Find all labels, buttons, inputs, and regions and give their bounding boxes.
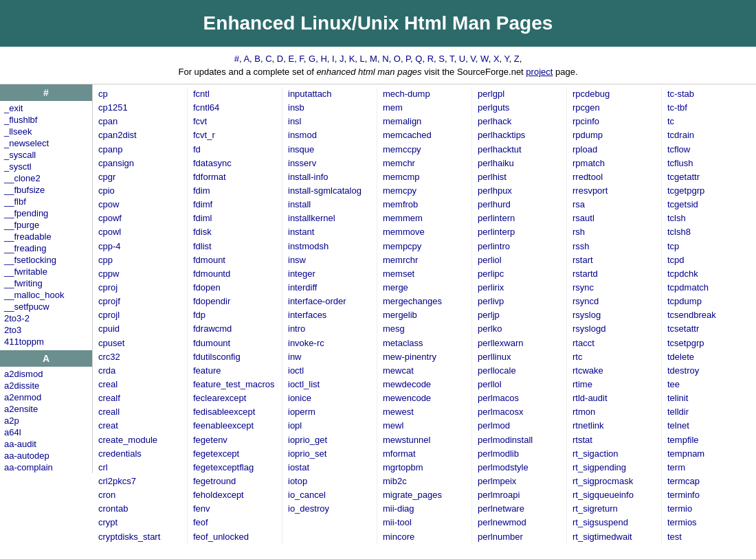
list-item[interactable]: metaclass <box>383 336 466 350</box>
list-item[interactable]: mewest <box>383 405 466 419</box>
nav-Q[interactable]: Q <box>415 54 422 64</box>
list-item[interactable]: tcpdchk <box>667 267 751 281</box>
list-item[interactable]: fdim <box>193 184 276 198</box>
list-item[interactable]: perlhacktut <box>478 143 561 157</box>
list-item[interactable]: instant <box>288 225 371 239</box>
sidebar-item[interactable]: __clone2 <box>0 172 92 184</box>
list-item[interactable]: rpdump <box>572 128 656 142</box>
list-item[interactable]: fd <box>193 143 276 157</box>
nav-T[interactable]: T <box>449 54 454 64</box>
list-item[interactable]: memrchr <box>383 253 466 267</box>
list-item[interactable]: interface-order <box>288 295 371 308</box>
list-item[interactable]: cpuid <box>98 322 181 336</box>
sidebar-item[interactable]: _sysctl <box>0 161 92 172</box>
list-item[interactable]: interfaces <box>288 308 371 322</box>
list-item[interactable]: mergechanges <box>383 295 466 308</box>
sidebar-item[interactable]: __fwritable <box>0 266 92 277</box>
list-item[interactable]: fedisableexcept <box>193 405 276 419</box>
list-item[interactable]: fcvt <box>193 115 276 128</box>
sidebar-item[interactable]: a64l <box>0 426 92 438</box>
list-item[interactable]: mew-pinentry <box>383 350 466 364</box>
list-item[interactable]: rtmon <box>572 405 656 419</box>
list-item[interactable]: tcdrain <box>667 128 751 142</box>
list-item[interactable]: perlhaiku <box>478 157 561 170</box>
list-item[interactable]: memcached <box>383 128 466 142</box>
list-item[interactable]: tcflow <box>667 143 751 157</box>
list-item[interactable]: perlmodinstall <box>478 433 561 447</box>
list-item[interactable]: cpan2dist <box>98 128 181 142</box>
sidebar-item[interactable]: 2to3 <box>0 324 92 336</box>
list-item[interactable]: feof_unlocked <box>193 530 276 544</box>
list-item[interactable]: cpow <box>98 198 181 212</box>
list-item[interactable]: rtnetlink <box>572 419 656 433</box>
list-item[interactable]: cp1251 <box>98 101 181 115</box>
list-item[interactable]: rt_sigprocmask <box>572 475 656 488</box>
list-item[interactable]: tcgetsid <box>667 198 751 212</box>
list-item[interactable]: cpanp <box>98 143 181 157</box>
list-item[interactable]: perllexwarn <box>478 336 561 350</box>
list-item[interactable]: test <box>667 530 751 544</box>
nav-D[interactable]: D <box>277 54 283 64</box>
list-item[interactable]: terminfo <box>667 488 751 502</box>
list-item[interactable]: perlhpux <box>478 184 561 198</box>
sidebar-item[interactable]: __fpending <box>0 207 92 219</box>
list-item[interactable]: perlipc <box>478 267 561 281</box>
list-item[interactable]: fdisk <box>193 225 276 239</box>
list-item[interactable]: ioctl <box>288 364 371 378</box>
sidebar-item[interactable]: __malloc_hook <box>0 289 92 301</box>
list-item[interactable]: rsyncd <box>572 295 656 308</box>
list-item[interactable]: ioprio_set <box>288 447 371 461</box>
list-item[interactable]: telldir <box>667 405 751 419</box>
list-item[interactable]: io_destroy <box>288 502 371 516</box>
list-item[interactable]: memchr <box>383 157 466 170</box>
list-item[interactable]: memmove <box>383 225 466 239</box>
list-item[interactable]: rpload <box>572 143 656 157</box>
list-item[interactable]: inw <box>288 350 371 364</box>
list-item[interactable]: rpcdebug <box>572 87 656 101</box>
list-item[interactable]: memfrob <box>383 198 466 212</box>
list-item[interactable]: mformat <box>383 447 466 461</box>
list-item[interactable]: cryptdisks_start <box>98 530 181 544</box>
list-item[interactable]: feature <box>193 364 276 378</box>
list-item[interactable]: rsyslog <box>572 308 656 322</box>
list-item[interactable]: rt_sigaction <box>572 447 656 461</box>
list-item[interactable]: fcvt_r <box>193 128 276 142</box>
list-item[interactable]: fegetexcept <box>193 447 276 461</box>
list-item[interactable]: perlnewmod <box>478 516 561 529</box>
list-item[interactable]: cproj <box>98 281 181 295</box>
list-item[interactable]: memccpy <box>383 143 466 157</box>
list-item[interactable]: mib2c <box>383 475 466 488</box>
list-item[interactable]: tdelete <box>667 350 751 364</box>
list-item[interactable]: tcsetattr <box>667 322 751 336</box>
sidebar-item[interactable]: __freading <box>0 242 92 254</box>
list-item[interactable]: tclsh <box>667 212 751 225</box>
list-item[interactable]: rtcwake <box>572 364 656 378</box>
list-item[interactable]: perlhurd <box>478 198 561 212</box>
list-item[interactable]: perlko <box>478 322 561 336</box>
list-item[interactable]: tcsendbreak <box>667 308 751 322</box>
list-item[interactable]: tc-stab <box>667 87 751 101</box>
list-item[interactable]: cpio <box>98 184 181 198</box>
list-item[interactable]: ioperm <box>288 405 371 419</box>
list-item[interactable]: fdopendir <box>193 295 276 308</box>
sidebar-item[interactable]: a2ensite <box>0 403 92 415</box>
list-item[interactable]: memset <box>383 267 466 281</box>
list-item[interactable]: cpp-4 <box>98 240 181 253</box>
sidebar-item[interactable]: _syscall <box>0 149 92 161</box>
list-item[interactable]: rtime <box>572 378 656 391</box>
list-item[interactable]: integer <box>288 267 371 281</box>
list-item[interactable]: memalign <box>383 115 466 128</box>
list-item[interactable]: feholdexcept <box>193 488 276 502</box>
list-item[interactable]: rsyslogd <box>572 322 656 336</box>
list-item[interactable]: rresvport <box>572 184 656 198</box>
list-item[interactable]: tclsh8 <box>667 225 751 239</box>
list-item[interactable]: perllol <box>478 378 561 391</box>
list-item[interactable]: mii-diag <box>383 502 466 516</box>
nav-R[interactable]: R <box>427 54 434 64</box>
list-item[interactable]: rsautl <box>572 212 656 225</box>
list-item[interactable]: perlmacosx <box>478 405 561 419</box>
list-item[interactable]: memcmp <box>383 170 466 184</box>
list-item[interactable]: mewl <box>383 419 466 433</box>
list-item[interactable]: ioctl_list <box>288 378 371 391</box>
list-item[interactable]: install <box>288 198 371 212</box>
